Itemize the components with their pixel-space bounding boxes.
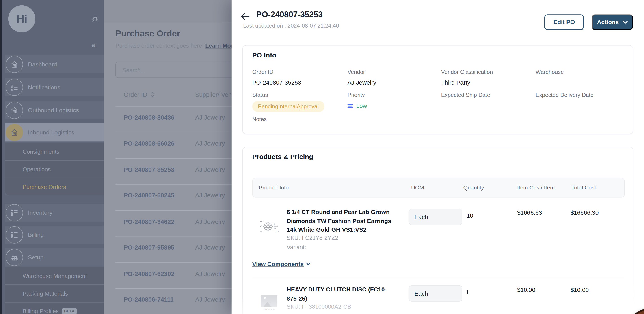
page-subtitle: Purchase order context goes here. Learn … <box>116 42 236 49</box>
uom-select[interactable]: Each <box>409 285 462 302</box>
order-id-value: PO-240807-35253 <box>252 79 301 86</box>
sidebar-item-label: Billing <box>28 232 44 238</box>
sidebar-item-purchase-orders[interactable]: Purchase Orders <box>5 178 104 195</box>
actions-button-label: Actions <box>597 19 619 25</box>
column-uom: UOM <box>411 184 424 190</box>
sidebar-item-consignments[interactable]: Consignments <box>5 143 104 160</box>
table-row-order-id[interactable]: PO-240808-66026 <box>124 140 174 147</box>
sidebar-item-billing-profiles[interactable]: Billing Profiles BETA <box>5 302 104 314</box>
sidebar-item-inbound-logistics[interactable]: Inbound Logistics <box>5 124 104 142</box>
quantity-value: 10 <box>466 212 473 219</box>
sidebar-item-notifications[interactable]: Notifications <box>5 78 104 96</box>
table-row-supplier: AJ Jewelry <box>195 270 225 277</box>
sidebar-item-outbound-logistics[interactable]: Outbound Logistics <box>5 101 104 119</box>
column-total-cost: Total Cost <box>572 184 596 190</box>
sidebar-collapse-icon[interactable]: « <box>91 41 95 50</box>
uom-select[interactable]: Each <box>409 209 462 225</box>
quantity-value: 1 <box>466 289 469 296</box>
table-row-supplier: AJ Jewelry <box>195 166 225 173</box>
sort-icon[interactable] <box>150 91 154 98</box>
setup-icon <box>6 249 23 266</box>
chevron-down-icon <box>306 262 310 266</box>
sidebar-item-setup[interactable]: Setup <box>5 248 104 267</box>
sidebar-item-label: Notifications <box>28 84 60 91</box>
field-label: Warehouse <box>536 69 564 75</box>
page-title: Purchase Order <box>116 29 180 38</box>
billing-icon <box>6 226 23 244</box>
inventory-icon <box>6 204 23 221</box>
sidebar-item-warehouse-management[interactable]: Warehouse Management <box>5 267 104 285</box>
table-row-order-id[interactable]: PO-240807-34622 <box>124 218 174 225</box>
vendor-value: AJ Jewelry <box>348 79 376 86</box>
product-sku: SKU: FC2JY8-2YZ2 <box>286 234 338 241</box>
notifications-icon <box>6 79 23 96</box>
edit-po-button[interactable]: Edit PO <box>544 14 584 30</box>
total-cost-value: $10.00 <box>570 287 589 293</box>
field-label: Vendor Classification <box>441 69 493 75</box>
priority-low-icon <box>348 104 353 108</box>
table-row-supplier: AJ Jewelry <box>195 244 225 251</box>
po-detail-drawer: PO-240807-35253 Last updated on : 2024-0… <box>232 0 644 314</box>
product-name: 6 1/4 CT Round and Pear Lab Grown Diamon… <box>286 208 402 234</box>
sidebar-item-dashboard[interactable]: Dashboard <box>5 55 104 73</box>
inbound-logistics-icon <box>6 124 23 141</box>
sidebar-item-label: Dashboard <box>28 61 57 68</box>
outbound-logistics-icon <box>6 102 23 119</box>
field-label: Status <box>252 92 268 98</box>
app-logo[interactable]: Hi <box>8 5 36 32</box>
item-cost-value: $1666.63 <box>517 210 542 216</box>
drawer-title: PO-240807-35253 <box>256 10 323 19</box>
products-heading: Products & Pricing <box>252 153 313 161</box>
sku-label: SKU: <box>286 234 300 241</box>
row-divider <box>252 278 624 278</box>
table-row-order-id[interactable]: PO-240807-35253 <box>124 166 174 173</box>
field-label: Order ID <box>252 69 274 75</box>
table-row-order-id[interactable]: PO-240808-80436 <box>124 114 174 121</box>
column-item-cost: Item Cost/ Item <box>517 184 555 190</box>
table-row-supplier: AJ Jewelry <box>195 140 225 147</box>
table-row-order-id[interactable]: PO-240807-60245 <box>124 192 174 199</box>
notes-label: Notes <box>252 116 267 122</box>
page-subtitle-text: Purchase order context goes here. <box>116 42 204 49</box>
total-cost-value: $16666.30 <box>570 210 599 216</box>
sidebar-item-operations[interactable]: Operations <box>5 160 104 178</box>
table-row-supplier: AJ Jewelry <box>195 114 225 121</box>
table-row-supplier: AJ Jewelry <box>195 192 225 199</box>
column-header-order-id[interactable]: Order ID <box>124 91 154 98</box>
po-info-card: PO Info Order ID Vendor Vendor Classific… <box>242 45 633 134</box>
settings-gear-icon[interactable] <box>90 15 99 24</box>
sidebar-item-packing-materials[interactable]: Packing Materials <box>5 285 104 302</box>
sidebar-item-label: Outbound Logistics <box>28 107 79 113</box>
image-placeholder-icon: No image <box>261 295 277 311</box>
field-label: Expected Delivery Date <box>536 92 594 98</box>
view-components-link[interactable]: View Components <box>252 261 310 267</box>
last-updated-text: Last updated on : 2024-08-07 21:24:40 <box>243 22 339 29</box>
chevron-down-icon <box>622 20 628 24</box>
products-table-header: Product Info UOM Quantity Item Cost/ Ite… <box>252 178 624 197</box>
item-cost-value: $10.00 <box>517 287 535 293</box>
table-row-order-id[interactable]: PO-240807-62302 <box>124 270 174 277</box>
sidebar-item-billing[interactable]: Billing <box>5 226 104 244</box>
sku-value: FT38100000A2-CB <box>302 303 351 310</box>
dashboard-icon <box>6 56 23 73</box>
sidebar-item-label: Billing Profiles <box>23 308 59 314</box>
priority-text: Low <box>356 102 367 109</box>
inbound-submenu: Consignments Operations Purchase Orders <box>5 143 104 196</box>
priority-value: Low <box>348 102 367 109</box>
back-arrow-icon[interactable] <box>240 11 250 22</box>
product-name: HEAVY DUTY CLUTCH DISC (FC10-875-26) <box>286 285 398 303</box>
view-components-label: View Components <box>252 261 304 267</box>
sidebar-item-inventory[interactable]: Inventory <box>5 204 104 222</box>
table-row-order-id[interactable]: PO-240807-95895 <box>124 244 174 251</box>
beta-badge: BETA <box>62 308 77 314</box>
sku-label: SKU: <box>286 303 300 310</box>
no-image-caption: No image <box>261 308 277 311</box>
column-label: Order ID <box>124 91 147 98</box>
column-quantity: Quantity <box>464 184 484 190</box>
actions-button[interactable]: Actions <box>592 14 633 30</box>
setup-submenu: Warehouse Management Packing Materials B… <box>5 267 104 314</box>
sku-value: FC2JY8-2YZ2 <box>302 234 338 241</box>
table-row-order-id[interactable]: PO-240806-74111 <box>124 296 174 303</box>
sidebar: Hi « Dashboard Notifications Outbound Lo… <box>2 0 104 314</box>
field-label: Vendor <box>348 69 365 75</box>
